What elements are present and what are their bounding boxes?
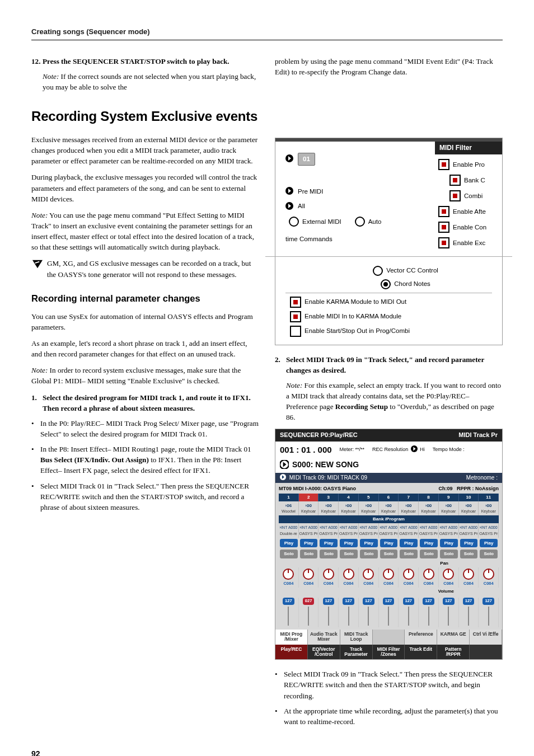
note-label: Note:	[43, 72, 59, 81]
shot1-time-commands: time Commands	[285, 234, 428, 244]
step-2-number: 2.	[275, 354, 286, 375]
knob-icon[interactable]	[303, 569, 314, 580]
slider-icon[interactable]	[428, 607, 429, 626]
tab-ctrl[interactable]: Ctrl Vi /Effe	[470, 630, 502, 645]
enable-exc-label: Enable Exc	[453, 238, 485, 248]
midi-in[interactable]: Enable MIDI In to KARMA Module	[290, 311, 492, 322]
bullet-4-text: Select MIDI Track 09 in "Track Select." …	[284, 669, 503, 701]
shot2-songrow[interactable]: S000: NEW SONG	[275, 458, 502, 472]
step-2-text: Select MIDI Track 09 in "Track Select," …	[286, 354, 503, 375]
tab-midi-filter[interactable]: MIDI Filter /Zones	[373, 645, 405, 660]
enable-afte[interactable]: Enable Afte	[438, 206, 502, 217]
chord-label: Chord Notes	[394, 279, 430, 289]
shot2-track-numbers[interactable]: 1 2 3 4 5 6 7 8 9 10 11	[279, 494, 499, 501]
knob-icon[interactable]	[283, 569, 294, 580]
step-2: 2. Select MIDI Track 09 in "Track Select…	[275, 354, 503, 375]
step-1-text: Select the desired program for MIDI trac…	[43, 392, 259, 414]
shot2-meter[interactable]: Meter: **/**	[340, 446, 365, 453]
knob-icon[interactable]	[323, 569, 334, 580]
shot2-play-row[interactable]: PlayPlayPlayPlayPlayPlayPlayPlayPlayPlay…	[279, 538, 499, 549]
step-2-note: Note: For this example, select an empty …	[286, 380, 503, 423]
shot1-all[interactable]: All	[285, 201, 428, 211]
note-label: Note:	[31, 366, 48, 374]
enable-con[interactable]: Enable Con	[438, 222, 502, 233]
knob-icon[interactable]	[383, 569, 394, 580]
shot1-external-midi[interactable]: External MIDI Auto	[289, 217, 428, 227]
slider-icon[interactable]	[328, 607, 329, 626]
chevron-right-icon	[285, 202, 294, 211]
bank-c[interactable]: Bank C	[449, 175, 502, 186]
knob-icon[interactable]	[343, 569, 354, 580]
slider-icon[interactable]	[308, 607, 309, 626]
checkbox-icon	[438, 237, 449, 248]
chord-notes[interactable]: Chord Notes	[319, 279, 492, 289]
step-12-note-left: Note: If the correct sounds are not sele…	[43, 71, 259, 92]
radio-icon	[381, 279, 391, 289]
slider-icon[interactable]	[408, 607, 409, 626]
all-label: All	[298, 201, 305, 211]
tab-pattern[interactable]: Pattern /RPPR	[437, 645, 470, 660]
tab-playrec[interactable]: Play/REC	[275, 645, 308, 660]
enable-afte-label: Enable Afte	[453, 207, 486, 217]
slider-icon[interactable]	[368, 607, 369, 626]
shot2-trackbar[interactable]: MIDI Track 09: MIDI TRACK 09 Metronome :	[275, 473, 502, 483]
knob-icon[interactable]	[483, 569, 494, 580]
auto-label: Auto	[368, 217, 382, 227]
tab-midi-prog[interactable]: MIDI Prog /Mixer	[275, 630, 308, 645]
bullet-5-text: At the appropriate time while recording,…	[284, 706, 503, 727]
tab-track-edit[interactable]: Track Edit	[405, 645, 437, 660]
radio-icon	[289, 217, 299, 227]
section-heading: Recording System Exclusive events	[31, 107, 503, 126]
radio-icon	[373, 266, 383, 276]
shot2-pan-knobs[interactable]: C064 C064 C064 C064 C064 C064 C064 C064 …	[279, 567, 499, 588]
subsection-heading: Recording internal parameter changes	[31, 292, 259, 306]
enable-pro[interactable]: Enable Pro	[438, 159, 502, 170]
shot2-tempo[interactable]: Tempo Mode :	[433, 446, 465, 453]
shot2-bankprog-row[interactable]: ›INT A000Double-re ›INT A000OASYS Pr ›IN…	[279, 523, 499, 538]
slider-icon[interactable]	[468, 607, 469, 626]
step-12: 12. Press the SEQUENCER START/STOP switc…	[31, 56, 259, 67]
slider-icon[interactable]	[388, 607, 389, 626]
knob-icon[interactable]	[423, 569, 434, 580]
shot1-pre-midi[interactable]: Pre MIDI	[285, 187, 428, 196]
slider-icon[interactable]	[348, 607, 349, 626]
knob-icon[interactable]	[363, 569, 374, 580]
start-stop[interactable]: Enable Start/Stop Out in Prog/Combi	[290, 326, 492, 337]
bank-c-label: Bank C	[464, 176, 485, 185]
slider-icon[interactable]	[488, 607, 489, 626]
enable-exc[interactable]: Enable Exc	[438, 237, 502, 248]
slider-icon[interactable]	[448, 607, 449, 626]
knob-icon[interactable]	[403, 569, 414, 580]
knob-icon[interactable]	[443, 569, 454, 580]
slider-icon[interactable]	[288, 607, 289, 626]
para-6: As an example, let's record a short phra…	[31, 338, 259, 359]
step-1: 1. Select the desired program for MIDI t…	[31, 392, 259, 414]
karma-out[interactable]: Enable KARMA Module to MIDI Out	[290, 297, 492, 308]
shot2-mt[interactable]: MT09 MIDI I-A000: OASYS Piano	[279, 485, 356, 492]
time-commands-label: time Commands	[285, 234, 332, 244]
shot2-volume-sliders[interactable]: 127 027 127 127 127 127 127 127 127 127 …	[279, 595, 499, 627]
shot1-row-01[interactable]: 01	[285, 153, 428, 166]
screenshot-sequencer: SEQUENCER P0:Play/REC MIDI Track Pr 001 …	[275, 429, 503, 660]
combi[interactable]: Combi	[449, 190, 502, 201]
bullet-5: • At the appropriate time while recordin…	[275, 706, 503, 727]
tab-karma[interactable]: KARMA GE	[437, 630, 470, 645]
shot2-subtabs[interactable]: MIDI Prog /Mixer Audio Track Mixer MIDI …	[275, 630, 502, 645]
shot2-cat-row[interactable]: ›06Woodwi ›00Keyboar ›00Keyboar ›00Keybo…	[279, 501, 499, 516]
tab-track-param[interactable]: Track Parameter	[340, 645, 373, 660]
tab-preference[interactable]: Preference	[405, 630, 437, 645]
shot2-maintabs[interactable]: Play/REC EQ/Vector /Control Track Parame…	[275, 645, 502, 660]
shot2-recres[interactable]: REC Resolution Hi	[372, 445, 425, 453]
bullet-2b: Bus Select (IFX/Indiv. Out Assign)	[40, 456, 149, 464]
tab-audio-track[interactable]: Audio Track Mixer	[308, 630, 340, 645]
shot2-solo-row[interactable]: SoloSoloSoloSoloSoloSoloSoloSoloSoloSolo…	[279, 548, 499, 560]
step-1-number: 1.	[31, 392, 43, 414]
external-midi-label: External MIDI	[302, 217, 341, 227]
knob-icon[interactable]	[463, 569, 474, 580]
shot2-time[interactable]: 001 : 01 . 000	[280, 444, 332, 456]
vector-cc[interactable]: Vector CC Control	[319, 266, 492, 276]
para-7-note: Note: In order to record system exclusiv…	[31, 365, 259, 386]
tab-eq[interactable]: EQ/Vector /Control	[308, 645, 340, 660]
radio-icon	[355, 217, 365, 227]
tab-midi-track-loop[interactable]: MIDI Track Loop	[340, 630, 373, 645]
